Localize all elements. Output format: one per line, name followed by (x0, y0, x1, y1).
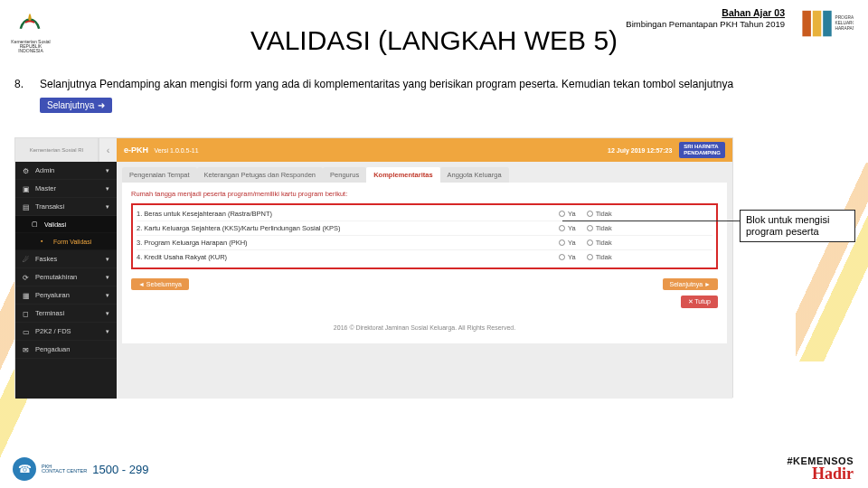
radio-tidak[interactable]: Tidak (587, 253, 612, 261)
user-role: PENDAMPING (684, 150, 721, 156)
refresh-icon: ⟳ (23, 274, 30, 281)
selanjutnya-label: Selanjutnya (47, 100, 94, 110)
tab-pengurus[interactable]: Pengurus (323, 167, 366, 183)
chat-icon: ✉ (23, 346, 30, 353)
radio-icon (559, 211, 565, 217)
money-icon: ▦ (23, 292, 30, 299)
tab-keterangan-petugas[interactable]: Keterangan Petugas dan Responden (197, 167, 323, 183)
svg-text:KELUARGA: KELUARGA (835, 21, 854, 25)
row-label: Program Keluarga Harapan (PKH) (144, 239, 247, 247)
chevron-down-icon: ▾ (106, 328, 109, 335)
app-brand-name: e-PKH (124, 145, 148, 155)
radio-tidak-label: Tidak (596, 210, 612, 218)
close-button[interactable]: ✕ Tutup (681, 296, 718, 308)
panel-title: Rumah tangga menjadi peserta program/mem… (131, 190, 718, 198)
tab-komplementaritas[interactable]: Komplementaritas (366, 167, 439, 183)
radio-tidak-label: Tidak (596, 224, 612, 232)
chevron-down-icon: ▾ (106, 292, 109, 299)
bg-stripe (796, 163, 868, 361)
sidebar-item-faskes[interactable]: ☄Faskes▾ (15, 250, 117, 268)
app-body: ⚙Admin▾ ▣Master▾ ▤Transaksi▾ ▢Validasi ▪… (15, 162, 732, 399)
gear-icon: ⚙ (23, 167, 30, 174)
selanjutnya-button-sample: Selanjutnya ➜ (40, 98, 112, 113)
book-icon: ▭ (23, 328, 30, 335)
sidebar-item-pengaduan[interactable]: ✉Pengaduan (15, 341, 117, 359)
contact-number: 1500 - 299 (92, 463, 148, 476)
sidebar-item-penyaluran[interactable]: ▦Penyaluran▾ (15, 286, 117, 305)
program-row: 3. Program Keluarga Harapan (PKH) YaTida… (137, 236, 712, 250)
row-label: Kredit Usaha Rakyat (KUR) (144, 253, 227, 261)
page-title: VALIDASI (LANGKAH WEB 5) (250, 25, 618, 56)
sidebar-item-form-validasi[interactable]: ▪Form Validasi (15, 233, 117, 250)
sidebar-item-terminasi[interactable]: ◻Terminasi▾ (15, 305, 117, 323)
app-main: Pengenalan Tempat Keterangan Petugas dan… (117, 162, 732, 399)
app-sidebar: ⚙Admin▾ ▣Master▾ ▤Transaksi▾ ▢Validasi ▪… (15, 162, 117, 399)
radio-icon (587, 254, 593, 260)
sidebar-label: Terminasi (35, 309, 64, 317)
radio-tidak[interactable]: Tidak (587, 239, 612, 247)
radio-ya-label: Ya (568, 210, 576, 218)
row-num: 3. (137, 239, 142, 247)
next-button[interactable]: Selanjutnya ► (663, 278, 718, 290)
header-meta-line1: Bahan Ajar 03 (626, 7, 785, 19)
radio-icon (559, 254, 565, 260)
app-version: Versi 1.0.0.5-11 (155, 147, 199, 154)
bullet-number: 8. (14, 78, 27, 90)
sidebar-label: P2K2 / FDS (35, 327, 71, 335)
back-button[interactable]: ‹ (99, 138, 117, 162)
callout-connector (562, 221, 740, 221)
hadir-script-text: Hadir (787, 466, 854, 481)
form-panel: Rumah tangga menjadi peserta program/mem… (122, 183, 727, 343)
user-badge[interactable]: SRI HARNITA PENDAMPING (679, 142, 725, 157)
hospital-icon: ☄ (23, 256, 30, 263)
radio-ya-label: Ya (568, 239, 576, 247)
sidebar-label: Validasi (44, 221, 66, 228)
highlight-box: 1. Beras untuk Kesejahteraan (Rastra/BPN… (131, 203, 718, 269)
chevron-down-icon: ▾ (106, 256, 109, 263)
row-label: Beras untuk Kesejahteraan (Rastra/BPNT) (144, 210, 272, 218)
header-meta-line2: Bimbingan Pemantapan PKH Tahun 2019 (626, 19, 785, 29)
app-datetime: 12 July 2019 12:57:23 (608, 147, 672, 154)
contact-center: ☎ PKH CONTACT CENTER 1500 - 299 (13, 457, 148, 481)
hadir-badge: #KEMENSOS Hadir (787, 455, 854, 481)
row-num: 4. (137, 253, 142, 261)
radio-tidak-label: Tidak (596, 239, 612, 247)
prev-button[interactable]: ◄ Sebelumnya (131, 278, 189, 290)
bullet-text: Selanjutnya Pendamping akan mengisi form… (40, 78, 733, 90)
row-num: 2. (137, 224, 142, 232)
sidebar-label: Admin (35, 166, 54, 174)
check-icon: ▢ (32, 221, 39, 228)
sidebar-item-master[interactable]: ▣Master▾ (15, 180, 117, 198)
callout-box: Blok untuk mengisi program peserta (740, 210, 855, 242)
program-row: 4. Kredit Usaha Rakyat (KUR) YaTidak (137, 250, 712, 264)
radio-ya[interactable]: Ya (559, 210, 576, 218)
chevron-down-icon: ▾ (106, 310, 109, 317)
sidebar-label: Pemutakhiran (35, 273, 77, 281)
sidebar-label: Master (35, 184, 56, 192)
radio-ya[interactable]: Ya (559, 253, 576, 261)
tab-anggota-keluarga[interactable]: Anggota Keluarga (440, 167, 509, 183)
radio-icon (559, 239, 565, 246)
tab-pengenalan-tempat[interactable]: Pengenalan Tempat (122, 167, 197, 183)
sidebar-item-pemutakhiran[interactable]: ⟳Pemutakhiran▾ (15, 268, 117, 286)
program-row: 1. Beras untuk Kesejahteraan (Rastra/BPN… (137, 207, 712, 221)
radio-ya[interactable]: Ya (559, 224, 576, 232)
sidebar-item-validasi[interactable]: ▢Validasi (15, 216, 117, 233)
chevron-down-icon: ▾ (106, 167, 109, 174)
kemensos-logo-text: Kementerian Sosial REPUBLIK INDONESIA (9, 40, 52, 53)
contact-label-mid: CONTACT CENTER (42, 469, 87, 474)
sidebar-item-p2k2[interactable]: ▭P2K2 / FDS▾ (15, 323, 117, 341)
radio-tidak[interactable]: Tidak (587, 210, 612, 218)
radio-icon (587, 225, 593, 231)
app-brandbar: e-PKH Versi 1.0.0.5-11 12 July 2019 12:5… (117, 138, 732, 162)
bg-stripe (796, 163, 868, 361)
svg-rect-0 (802, 11, 811, 37)
radio-ya[interactable]: Ya (559, 239, 576, 247)
form-icon: ▪ (41, 238, 48, 245)
sidebar-item-transaksi[interactable]: ▤Transaksi▾ (15, 198, 117, 216)
sidebar-label: Penyaluran (35, 291, 70, 299)
sidebar-item-admin[interactable]: ⚙Admin▾ (15, 162, 117, 180)
radio-tidak[interactable]: Tidak (587, 224, 612, 232)
program-row: 2. Kartu Keluarga Sejahtera (KKS)/Kartu … (137, 221, 712, 236)
file-icon: ▤ (23, 203, 30, 211)
